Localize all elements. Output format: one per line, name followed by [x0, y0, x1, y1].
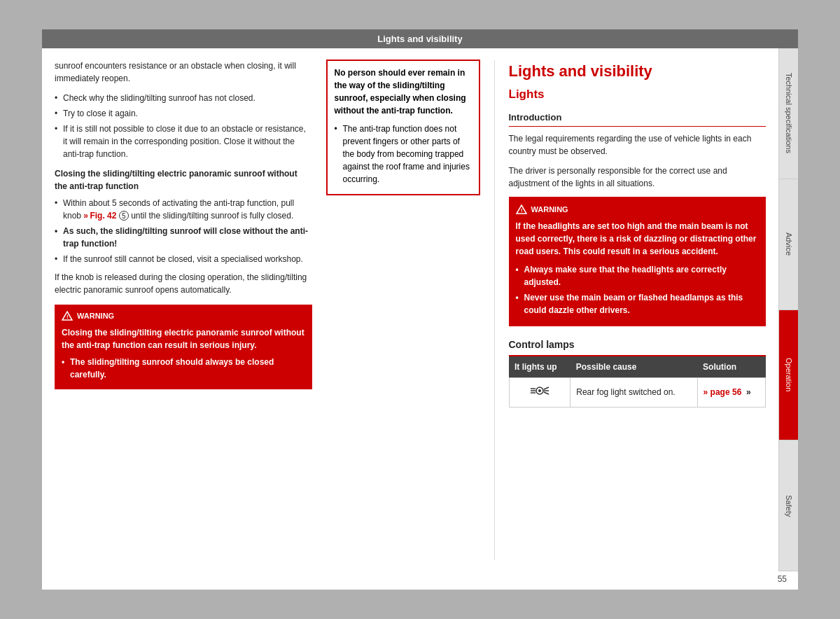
- page-header: Lights and visibility: [42, 29, 798, 48]
- right-warning-bullet2: Never use the main beam or flashed headl…: [516, 291, 760, 317]
- fog-cause-cell: Rear fog light switched on.: [570, 377, 697, 407]
- fog-rear-icon: [529, 382, 550, 399]
- table-row: Rear fog light switched on. » page 56 »: [509, 377, 766, 407]
- center-warning-box: No person should ever remain in the way …: [326, 60, 480, 195]
- svg-line-4: [544, 387, 549, 389]
- svg-point-3: [538, 389, 541, 392]
- sidebar-tab-operation[interactable]: Operation: [778, 310, 798, 441]
- lamps-table: It lights up Possible cause Solution: [509, 356, 766, 408]
- right-column: Lights and visibility Lights Introductio…: [494, 60, 766, 560]
- fog-solution-cell: » page 56 »: [697, 377, 765, 407]
- bullet-check: Check why the sliding/tilting sunroof ha…: [55, 92, 312, 104]
- right-warning-bullet1: Always make sure that the headlights are…: [516, 263, 760, 288]
- bullet-within: Within about 5 seconds of activating the…: [55, 197, 312, 222]
- col-header-solution: Solution: [697, 356, 765, 378]
- header-title: Lights and visibility: [377, 34, 462, 44]
- left-column: sunroof encounters resistance or an obst…: [55, 60, 312, 560]
- intro-text: sunroof encounters resistance or an obst…: [55, 60, 312, 85]
- subsection-title: Lights: [509, 85, 766, 104]
- knob-text: If the knob is released during the closi…: [55, 271, 312, 296]
- sidebar: Technical specifications Advice Operatio…: [778, 48, 798, 571]
- fig-ref: » Fig. 42: [83, 211, 116, 221]
- intro-para1: The legal requirements regarding the use…: [509, 132, 766, 158]
- warning-bold-text: Closing the sliding/tilting electric pan…: [62, 326, 305, 352]
- arrow-icon: »: [746, 387, 751, 397]
- warning-triangle-icon: !: [62, 311, 73, 321]
- intro-para2: The driver is personally responsible for…: [509, 165, 766, 190]
- page-number: 55: [42, 571, 798, 590]
- col-header-cause: Possible cause: [570, 356, 697, 378]
- col-header-lights: It lights up: [509, 356, 570, 378]
- right-warning-main-text: If the headlights are set too high and t…: [516, 220, 760, 258]
- svg-text:!: !: [66, 314, 69, 320]
- bullet-obstacle: If it is still not possible to close it …: [55, 123, 312, 160]
- page-body: sunroof encounters resistance or an obst…: [42, 48, 798, 571]
- bullet-visit: If the sunroof still cannot be closed, v…: [55, 253, 312, 265]
- warning-bullet: The sliding/tilting sunroof should alway…: [62, 356, 305, 381]
- main-content: sunroof encounters resistance or an obst…: [42, 48, 778, 571]
- bullet-assuch: As such, the sliding/tilting sunroof wil…: [55, 225, 312, 250]
- bullet-try: Try to close it again.: [55, 107, 312, 120]
- control-lamps-title: Control lamps: [509, 338, 766, 356]
- page-container: Lights and visibility sunroof encounters…: [42, 29, 798, 590]
- right-warning-box: ! WARNING If the headlights are set too …: [509, 197, 766, 326]
- warning-box-bottom: ! WARNING Closing the sliding/tilting el…: [55, 305, 312, 389]
- warning-dark-header: ! WARNING: [62, 310, 305, 322]
- right-warning-triangle-icon: !: [516, 204, 527, 214]
- sidebar-tab-technical[interactable]: Technical specifications: [778, 48, 798, 179]
- closing-heading: Closing the sliding/tilting electric pan…: [55, 167, 312, 193]
- svg-text:!: !: [521, 207, 523, 214]
- sidebar-tab-advice[interactable]: Advice: [778, 179, 798, 310]
- center-bullet: The anti-trap function does not prevent …: [335, 123, 472, 186]
- right-warning-header: ! WARNING: [516, 204, 760, 216]
- fig-num: 5: [119, 211, 129, 221]
- center-column: No person should ever remain in the way …: [326, 60, 480, 560]
- svg-line-6: [544, 392, 549, 394]
- control-lamps-section: Control lamps It lights up Possible caus…: [509, 338, 766, 408]
- center-bold-text: No person should ever remain in the way …: [335, 67, 472, 117]
- fog-light-icon-cell: [509, 377, 570, 407]
- section-title: Lights and visibility: [509, 60, 766, 83]
- introduction-heading: Introduction: [509, 111, 766, 127]
- sidebar-tab-safety[interactable]: Safety: [778, 440, 798, 571]
